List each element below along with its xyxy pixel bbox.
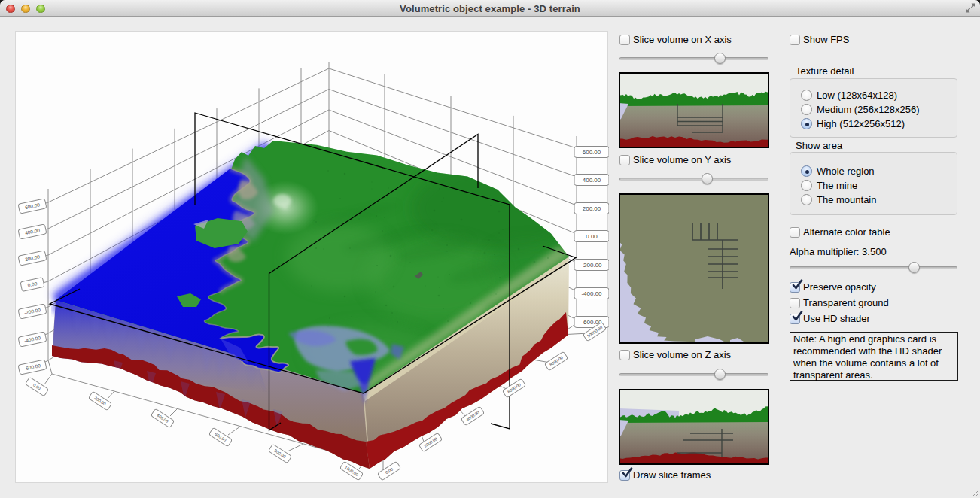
- svg-text:200.00: 200.00: [583, 205, 601, 212]
- svg-text:-200.00: -200.00: [581, 262, 602, 269]
- svg-text:0.00: 0.00: [586, 233, 598, 240]
- svg-text:-400.00: -400.00: [581, 290, 602, 297]
- svg-text:400.00: 400.00: [583, 177, 601, 184]
- svg-text:600.00: 600.00: [583, 149, 601, 156]
